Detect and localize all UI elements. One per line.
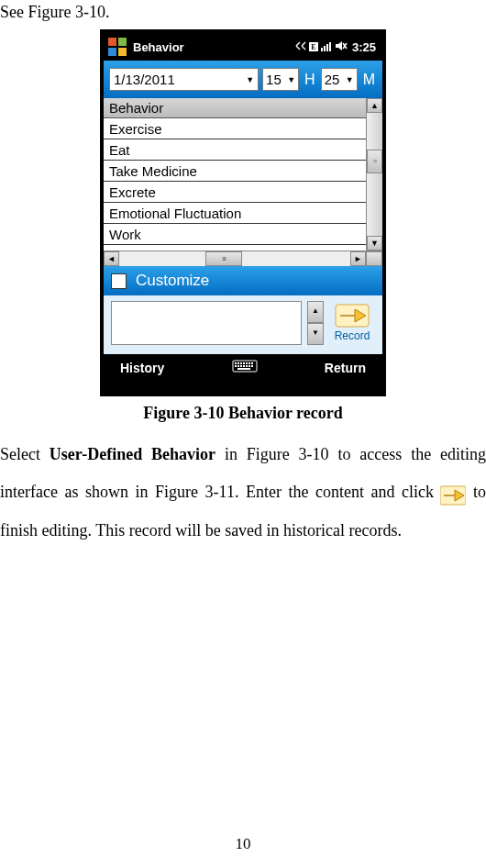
vertical-scrollbar[interactable]: ▲ ≡ ▼	[366, 98, 382, 250]
svg-rect-24	[243, 365, 245, 367]
svg-rect-9	[329, 42, 331, 51]
spinner-down-button[interactable]: ▼	[307, 323, 324, 345]
list-item[interactable]: Eat	[104, 139, 366, 161]
record-arrow-icon	[440, 482, 466, 502]
svg-rect-8	[326, 44, 328, 51]
svg-rect-15	[237, 362, 239, 364]
date-picker[interactable]: 1/13/2011 ▼	[109, 68, 259, 91]
horizontal-scrollbar[interactable]: ◄ III ►	[104, 250, 382, 266]
scroll-track[interactable]: ≡	[367, 113, 382, 236]
screenshot: Behavior E	[0, 29, 486, 396]
customize-label: Customize	[136, 272, 209, 290]
svg-rect-16	[240, 362, 242, 364]
lower-area: ▲ ▼ Record	[104, 295, 382, 354]
list-header[interactable]: Behavior	[104, 98, 366, 118]
svg-rect-1	[118, 38, 127, 46]
svg-rect-27	[251, 365, 253, 367]
svg-rect-26	[249, 365, 250, 367]
device-frame: Behavior E	[100, 29, 386, 396]
scroll-corner	[366, 251, 382, 266]
svg-rect-18	[246, 362, 248, 364]
customize-checkbox[interactable]	[111, 273, 127, 289]
signal-icon	[320, 39, 333, 55]
svg-rect-22	[237, 365, 239, 367]
scroll-right-button[interactable]: ►	[350, 251, 366, 266]
speaker-mute-icon	[335, 39, 348, 55]
hour-label: H	[304, 72, 315, 88]
list-item[interactable]: Emotional Fluctuation	[104, 203, 366, 224]
record-button[interactable]: Record	[329, 301, 375, 342]
spinner-up-button[interactable]: ▲	[307, 301, 324, 323]
text-spinner: ▲ ▼	[307, 301, 324, 345]
scroll-left-button[interactable]: ◄	[104, 251, 119, 266]
dropdown-arrow-icon: ▼	[346, 75, 354, 84]
custom-text-input[interactable]	[111, 301, 302, 345]
svg-rect-17	[243, 362, 245, 364]
figure-caption: Figure 3-10 Behavior record	[0, 404, 486, 423]
svg-rect-7	[324, 46, 326, 51]
list-item[interactable]: Exercise	[104, 118, 366, 139]
page-number: 10	[0, 835, 486, 853]
record-arrow-icon	[335, 301, 370, 328]
dropdown-arrow-icon: ▼	[246, 75, 254, 84]
svg-rect-6	[321, 48, 323, 51]
minute-value: 25	[325, 72, 340, 87]
minute-label: M	[363, 72, 375, 88]
taskbar-title: Behavior	[133, 40, 294, 54]
record-label: Record	[335, 329, 370, 342]
keyboard-icon[interactable]	[232, 360, 258, 377]
scroll-down-button[interactable]: ▼	[367, 236, 382, 250]
list-item[interactable]: Take Medicine	[104, 161, 366, 182]
svg-rect-28	[237, 368, 250, 370]
list-item[interactable]: Excrete	[104, 182, 366, 203]
body-paragraph: Select User-Defined Behavior in Figure 3…	[0, 436, 486, 550]
history-button[interactable]: History	[120, 361, 164, 375]
svg-rect-25	[246, 365, 248, 367]
svg-rect-23	[240, 365, 242, 367]
scroll-thumb[interactable]: ≡	[367, 150, 382, 173]
customize-bar: Customize	[104, 266, 382, 295]
svg-rect-0	[108, 38, 116, 46]
dropdown-arrow-icon: ▼	[287, 75, 295, 84]
svg-rect-2	[108, 48, 116, 56]
hour-picker[interactable]: 15 ▼	[262, 68, 299, 91]
doc-intro: See Figure 3-10.	[0, 3, 486, 26]
date-time-bar: 1/13/2011 ▼ 15 ▼ H 25 ▼ M	[104, 61, 382, 98]
behavior-list-area: Behavior Exercise Eat Take Medicine Excr…	[104, 98, 382, 250]
bottombar: History Return	[104, 354, 382, 382]
scroll-up-button[interactable]: ▲	[367, 98, 382, 113]
scroll-track[interactable]: III	[119, 251, 350, 266]
start-icon[interactable]	[107, 37, 127, 57]
scroll-thumb[interactable]: III	[205, 251, 242, 266]
list-item[interactable]: Work	[104, 224, 366, 245]
svg-rect-21	[235, 365, 237, 367]
svg-text:E: E	[311, 43, 315, 51]
svg-rect-14	[235, 362, 237, 364]
return-button[interactable]: Return	[325, 361, 366, 375]
svg-rect-3	[118, 48, 127, 56]
connectivity-icon	[294, 39, 307, 55]
svg-rect-19	[249, 362, 250, 364]
taskbar: Behavior E	[104, 33, 382, 61]
date-value: 1/13/2011	[114, 72, 175, 87]
taskbar-time: 3:25	[352, 40, 376, 54]
minute-picker[interactable]: 25 ▼	[321, 68, 358, 91]
hour-value: 15	[266, 72, 282, 87]
edge-icon: E	[309, 40, 318, 54]
svg-rect-20	[251, 362, 253, 364]
